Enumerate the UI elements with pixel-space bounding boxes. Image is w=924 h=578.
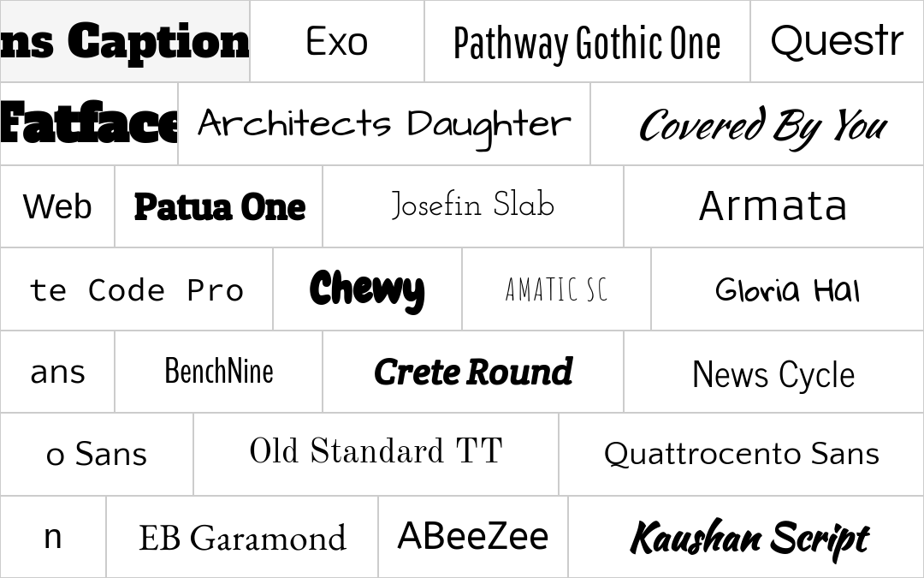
font-cell-6-1[interactable]: EB Garamond bbox=[106, 496, 379, 578]
font-cell-3-2[interactable]: Amatic SC bbox=[462, 247, 651, 330]
font-cell-4-3[interactable]: News Cycle bbox=[624, 331, 924, 413]
font-cell-3-0[interactable]: te Code Pro bbox=[0, 247, 273, 330]
font-grid: ns CaptionExoPathway Gothic OneQuestrFat… bbox=[0, 0, 924, 578]
font-cell-2-2[interactable]: Josefin Slab bbox=[323, 165, 623, 247]
font-cell-0-0[interactable]: ns Caption bbox=[0, 0, 250, 82]
font-cell-4-2[interactable]: Crete Round bbox=[323, 331, 623, 413]
font-cell-5-1[interactable]: Old Standard TT bbox=[193, 413, 559, 495]
font-row-1: FatfaceArchitects DaughterCovered By You bbox=[0, 82, 924, 164]
font-row-2: WebPatua OneJosefin SlabArmata bbox=[0, 165, 924, 247]
font-cell-1-2[interactable]: Covered By You bbox=[590, 82, 924, 164]
font-cell-6-0[interactable]: n bbox=[0, 496, 106, 578]
font-cell-2-3[interactable]: Armata bbox=[624, 165, 924, 247]
font-row-5: o SansOld Standard TTQuattrocento Sans bbox=[0, 413, 924, 495]
font-cell-2-0[interactable]: Web bbox=[0, 165, 115, 247]
font-cell-0-3[interactable]: Questr bbox=[750, 0, 924, 82]
font-cell-4-0[interactable]: ans bbox=[0, 331, 115, 413]
font-cell-5-0[interactable]: o Sans bbox=[0, 413, 193, 495]
font-row-3: te Code ProChewyAmatic SCGloria Hal bbox=[0, 247, 924, 330]
font-row-0: ns CaptionExoPathway Gothic OneQuestr bbox=[0, 0, 924, 82]
font-cell-4-1[interactable]: BenchNine bbox=[115, 331, 323, 413]
font-row-4: ansBenchNineCrete RoundNews Cycle bbox=[0, 331, 924, 413]
font-cell-3-3[interactable]: Gloria Hal bbox=[651, 247, 924, 330]
font-cell-5-2[interactable]: Quattrocento Sans bbox=[559, 413, 924, 495]
font-cell-2-1[interactable]: Patua One bbox=[115, 165, 323, 247]
font-cell-6-2[interactable]: ABeeZee bbox=[378, 496, 567, 578]
font-row-6: nEB GaramondABeeZeeKaushan Script bbox=[0, 496, 924, 578]
font-cell-0-2[interactable]: Pathway Gothic One bbox=[424, 0, 750, 82]
font-cell-1-1[interactable]: Architects Daughter bbox=[178, 82, 589, 164]
font-cell-3-1[interactable]: Chewy bbox=[273, 247, 462, 330]
font-cell-1-0[interactable]: Fatface bbox=[0, 82, 178, 164]
font-cell-6-3[interactable]: Kaushan Script bbox=[568, 496, 924, 578]
font-cell-0-1[interactable]: Exo bbox=[250, 0, 424, 82]
